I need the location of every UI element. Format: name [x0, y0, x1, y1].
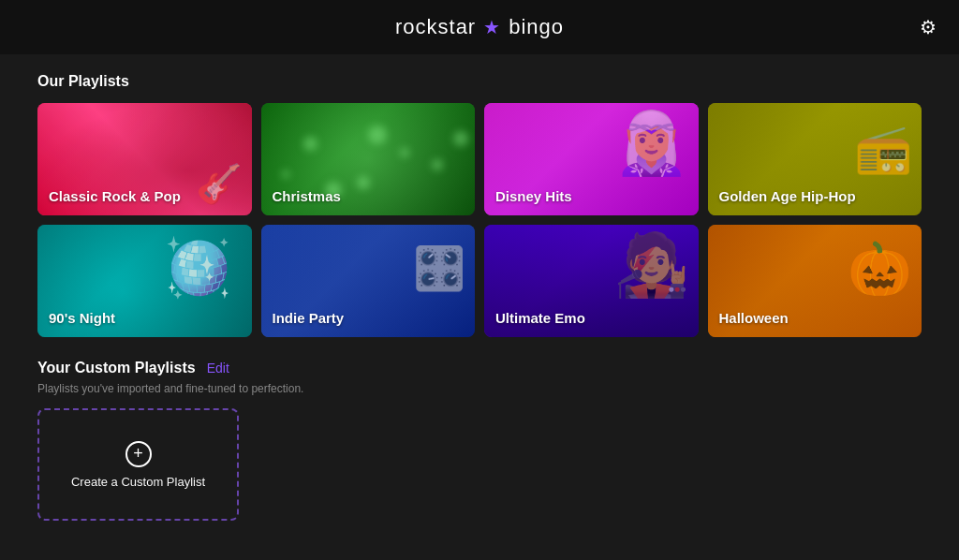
playlist-card-halloween[interactable]: Halloween — [708, 225, 922, 337]
settings-button[interactable]: ⚙ — [920, 16, 937, 38]
playlist-card-label-christmas: Christmas — [273, 188, 341, 204]
playlist-card-label-90s-night: 90's Night — [49, 310, 115, 326]
logo-text-left: rockstar — [395, 15, 476, 39]
playlist-card-label-golden-age: Golden Age Hip-Hop — [719, 188, 856, 204]
playlist-card-indie-party[interactable]: Indie Party — [261, 225, 476, 337]
header: rockstar ★ bingo ⚙ — [0, 0, 959, 54]
logo: rockstar ★ bingo — [395, 15, 564, 39]
playlist-card-label-halloween: Halloween — [719, 310, 789, 326]
playlist-card-90s-night[interactable]: 90's Night — [37, 225, 252, 337]
playlist-card-christmas[interactable]: Christmas — [261, 103, 476, 215]
playlist-card-classic-rock[interactable]: Classic Rock & Pop — [37, 103, 252, 215]
custom-playlists-header: Your Custom Playlists Edit — [37, 360, 922, 376]
create-playlist-label: Create a Custom Playlist — [71, 475, 205, 489]
playlist-card-label-ultimate-emo: Ultimate Emo — [495, 310, 585, 326]
custom-playlists-subtitle: Playlists you've imported and fine-tuned… — [37, 382, 922, 395]
create-playlist-card[interactable]: + Create a Custom Playlist — [37, 408, 239, 521]
playlist-card-label-classic-rock: Classic Rock & Pop — [49, 188, 181, 204]
playlist-card-disney[interactable]: Disney Hits — [484, 103, 699, 215]
main-content: Our Playlists Classic Rock & PopChristma… — [0, 54, 959, 539]
star-icon: ★ — [483, 16, 501, 38]
playlist-card-label-disney: Disney Hits — [495, 188, 572, 204]
edit-link[interactable]: Edit — [207, 361, 229, 376]
custom-playlists-title: Your Custom Playlists — [37, 360, 196, 376]
playlist-grid: Classic Rock & PopChristmasDisney HitsGo… — [37, 103, 922, 337]
our-playlists-title: Our Playlists — [37, 73, 922, 90]
playlist-card-label-indie-party: Indie Party — [273, 310, 345, 326]
our-playlists-section: Our Playlists Classic Rock & PopChristma… — [37, 73, 922, 337]
add-icon: + — [125, 441, 152, 467]
custom-playlists-section: Your Custom Playlists Edit Playlists you… — [37, 360, 922, 521]
playlist-card-ultimate-emo[interactable]: Ultimate Emo — [484, 225, 699, 337]
playlist-card-golden-age[interactable]: Golden Age Hip-Hop — [708, 103, 922, 215]
logo-text-right: bingo — [509, 15, 564, 39]
